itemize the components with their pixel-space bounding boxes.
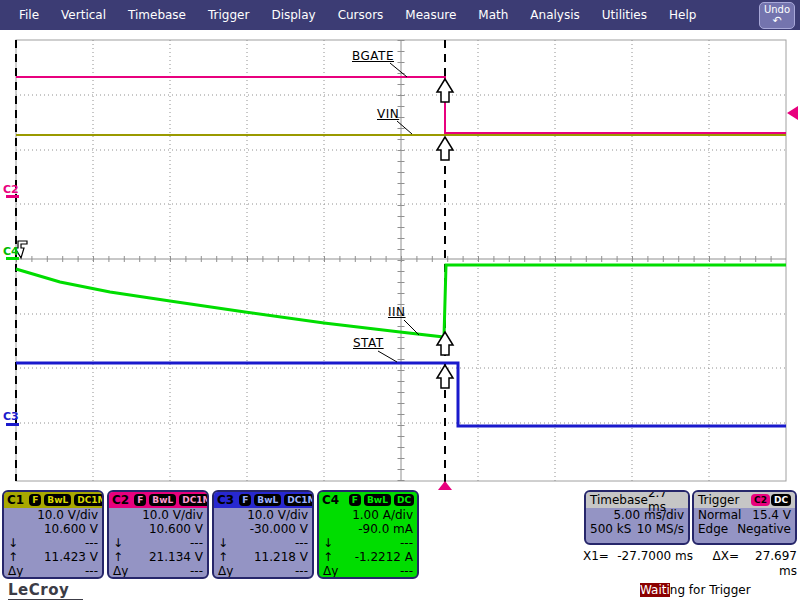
status-bar: LeCroy Waiting for Trigger — [0, 580, 800, 600]
c4-cursor-down-value: --- — [341, 536, 413, 550]
arrow-vin — [437, 137, 453, 160]
c3-cursor-up-value: 11.218 V — [236, 550, 308, 564]
channel-box-c4[interactable]: C4 F BwL DC 1.00 A/div -90.0 mA ↓--- ↑-1… — [317, 490, 419, 579]
c4-scale: 1.00 A/div — [323, 508, 413, 522]
channel-box-c3[interactable]: C3 F BwL DC1M 10.0 V/div -30.000 V ↓--- … — [212, 490, 314, 579]
channel-marker-c4[interactable]: C4 — [3, 245, 19, 258]
delta-y-icon: Δy — [218, 564, 236, 578]
c2-badge-coupling: DC1M — [179, 494, 209, 506]
c1-offset: 10.600 V — [8, 522, 98, 536]
c1-badge-f: F — [29, 494, 41, 506]
c3-zero-marker[interactable] — [6, 423, 19, 426]
trigger-coupling-badge: DC — [771, 494, 791, 506]
c2-label: C2 — [112, 493, 129, 507]
menu-analysis[interactable]: Analysis — [521, 4, 588, 26]
x1-label: X1= — [583, 549, 613, 579]
c1-label: C1 — [7, 493, 24, 507]
down-arrow-icon: ↓ — [323, 536, 341, 550]
trigger-source-badge: C2 — [751, 494, 770, 506]
label-vin: VIN — [377, 107, 399, 121]
c3-scale: 10.0 V/div — [218, 508, 308, 522]
up-arrow-icon: ↑ — [218, 550, 236, 564]
delta-y-icon: Δy — [8, 564, 26, 578]
cursor-readout: X1= -27.7000 ms ΔX= 27.697 ms X2= -2.6 µ… — [583, 549, 797, 579]
trigger-title: Trigger — [698, 493, 739, 507]
menu-trigger[interactable]: Trigger — [199, 4, 258, 26]
channel-marker-c3[interactable]: C3 — [3, 410, 19, 423]
menu-help[interactable]: Help — [660, 4, 705, 26]
waveform-display: BGATE VIN IIN STAT C2 C4 C3 — [0, 36, 800, 492]
label-iin: IIN — [388, 305, 406, 319]
c2-delta-y-value: --- — [131, 564, 203, 578]
delta-y-icon: Δy — [323, 564, 341, 578]
c4-badge-coupling: DC — [394, 494, 414, 506]
menu-vertical[interactable]: Vertical — [52, 4, 115, 26]
trigger-level: 15.4 V — [741, 508, 791, 522]
c1-cursor-up-value: 11.423 V — [26, 550, 98, 564]
trigger-status-highlight: Waiti — [640, 583, 670, 597]
scope-grid-svg — [0, 36, 800, 492]
menu-measure[interactable]: Measure — [396, 4, 465, 26]
c4-badge-f: F — [349, 494, 361, 506]
menu-display[interactable]: Display — [262, 4, 324, 26]
dx-label: ΔX= — [697, 549, 739, 579]
label-stat: STAT — [353, 336, 384, 350]
c3-cursor-down-value: --- — [236, 536, 308, 550]
trigger-slope: Negative — [728, 522, 791, 536]
channel-box-c3-header: C3 F BwL DC1M — [214, 492, 312, 508]
menu-file[interactable]: File — [10, 4, 48, 26]
trigger-box[interactable]: Trigger C2 DC Normal 15.4 V Edge Negativ… — [692, 490, 797, 545]
up-arrow-icon: ↑ — [323, 550, 341, 564]
timebase-rate: 10 MS/s — [631, 522, 684, 536]
arrow-stat — [437, 365, 453, 388]
c1-delta-y-value: --- — [26, 564, 98, 578]
menu-bar: File Vertical Timebase Trigger Display C… — [0, 0, 800, 30]
up-arrow-icon: ↑ — [8, 550, 26, 564]
menu-timebase[interactable]: Timebase — [119, 4, 195, 26]
undo-button[interactable]: Undo ↶ — [759, 2, 795, 29]
channel-box-c2[interactable]: C2 F BwL DC1M 10.0 V/div 10.600 V ↓--- ↑… — [107, 490, 209, 579]
menu-utilities[interactable]: Utilities — [593, 4, 656, 26]
timebase-samples: 500 kS — [590, 522, 631, 536]
down-arrow-icon: ↓ — [8, 536, 26, 550]
trigger-level-marker[interactable] — [787, 106, 798, 120]
timebase-title: Timebase — [590, 493, 648, 507]
c4-cursor-up-value: -1.2212 A — [341, 550, 413, 564]
delta-y-icon: Δy — [113, 564, 131, 578]
c1-scale: 10.0 V/div — [8, 508, 98, 522]
c2-cursor-down-value: --- — [131, 536, 203, 550]
c3-delta-y-value: --- — [236, 564, 308, 578]
c3-offset: -30.000 V — [218, 522, 308, 536]
c2-badge-bwl: BwL — [149, 494, 176, 506]
c3-label: C3 — [217, 493, 234, 507]
arrow-bgate — [437, 79, 453, 102]
c3-badge-f: F — [239, 494, 251, 506]
c4-delta-y-value: --- — [341, 564, 413, 578]
trigger-status: Waiting for Trigger — [640, 583, 751, 597]
x1-value: -27.7000 ms — [613, 549, 693, 579]
trigger-header: Trigger C2 DC — [694, 492, 795, 508]
c4-offset: -90.0 mA — [323, 522, 413, 536]
up-arrow-icon: ↑ — [113, 550, 131, 564]
c3-badge-coupling: DC1M — [284, 494, 314, 506]
c4-label: C4 — [322, 493, 339, 507]
timebase-per-div: 5.00 ms/div — [590, 508, 684, 522]
c2-cursor-up-value: 21.134 V — [131, 550, 203, 564]
c2-offset: 10.600 V — [113, 522, 203, 536]
trigger-type: Edge — [698, 522, 728, 536]
c2-scale: 10.0 V/div — [113, 508, 203, 522]
c1-badge-coupling: DC1M — [74, 494, 104, 506]
timebase-box[interactable]: Timebase 2.7 ms 5.00 ms/div 500 kS 10 MS… — [584, 490, 690, 545]
c2-badge-f: F — [134, 494, 146, 506]
channel-marker-c2[interactable]: C2 — [3, 183, 19, 196]
channel-box-c1[interactable]: C1 F BwL DC1M 10.0 V/div 10.600 V ↓--- ↑… — [2, 490, 104, 579]
trigger-mode: Normal — [698, 508, 741, 522]
down-arrow-icon: ↓ — [218, 536, 236, 550]
trigger-status-rest: ng for Trigger — [670, 583, 751, 597]
channel-box-c4-header: C4 F BwL DC — [319, 492, 417, 508]
menu-cursors[interactable]: Cursors — [329, 4, 393, 26]
menu-math[interactable]: Math — [469, 4, 517, 26]
c3-badge-bwl: BwL — [254, 494, 281, 506]
dx-value: 27.697 ms — [739, 549, 797, 579]
trigger-position-marker[interactable] — [438, 481, 452, 490]
